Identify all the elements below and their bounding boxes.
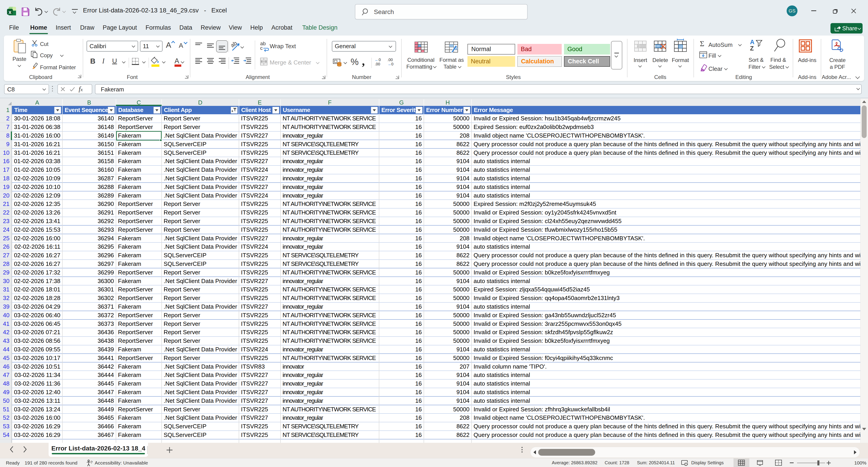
svg-text:x: x	[8, 9, 11, 15]
svg-text:?: ?	[90, 460, 92, 465]
